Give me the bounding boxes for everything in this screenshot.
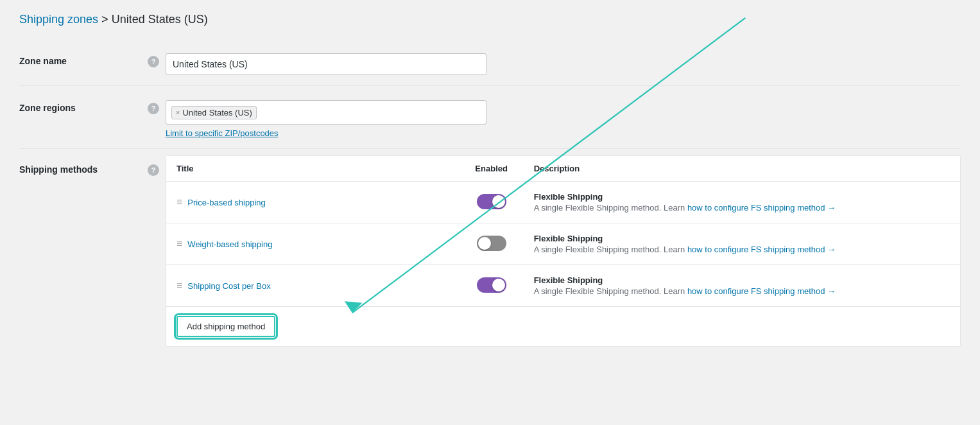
add-method-row: Add shipping method [166,306,960,346]
zone-name-help-icon[interactable]: ? [148,56,159,67]
desc-text: A single Flexible Shipping method. Learn… [534,203,950,212]
shipping-methods-help-icon[interactable]: ? [148,164,159,176]
zone-regions-help-icon[interactable]: ? [148,103,159,114]
breadcrumb-current: United States (US) [112,13,208,26]
zone-name-row: Zone name ? [19,42,961,83]
shipping-methods-help-col: ? [148,155,166,176]
shipping-methods-row: Shipping methods ? Title Enabled Descrip… [19,155,961,347]
method-title-link[interactable]: Price-based shipping [187,198,265,207]
zone-name-input[interactable] [166,53,486,75]
breadcrumb-separator: > [101,13,108,26]
toggle-switch[interactable] [477,277,506,293]
desc-link[interactable]: how to configure FS shipping method → [687,245,836,254]
table-row: ≡ Weight-based shipping Flexible Shippin… [166,223,960,265]
desc-text: A single Flexible Shipping method. Learn… [534,286,950,296]
desc-title: Flexible Shipping [534,275,950,285]
desc-title: Flexible Shipping [534,192,950,202]
limit-link[interactable]: Limit to specific ZIP/postcodes [166,128,961,138]
shipping-methods-label: Shipping methods [19,155,148,175]
add-shipping-method-button[interactable]: Add shipping method [176,316,275,337]
region-tag: × United States (US) [171,106,257,119]
divider-2 [19,148,961,149]
desc-title: Flexible Shipping [534,234,950,243]
method-title-link[interactable]: Weight-based shipping [187,239,272,249]
drag-handle[interactable]: ≡ [176,238,182,250]
zone-name-help-col: ? [148,49,166,67]
desc-link[interactable]: how to configure FS shipping method → [687,203,836,212]
methods-table: Title Enabled Description ≡ Price-based … [166,156,960,306]
region-tag-label: United States (US) [182,108,252,117]
zone-regions-help-col: ? [148,96,166,114]
toggle-switch[interactable] [477,194,506,209]
region-input-wrapper[interactable]: × United States (US) [166,100,486,125]
desc-link[interactable]: how to configure FS shipping method → [687,286,836,296]
zone-name-label: Zone name [19,49,148,66]
col-desc-header: Description [524,156,960,182]
zone-regions-label: Zone regions [19,96,148,113]
zone-regions-row: Zone regions ? × United States (US) Limi… [19,89,961,146]
table-row: ≡ Price-based shipping Flexible Shipping… [166,182,960,223]
region-tag-remove[interactable]: × [176,108,180,116]
methods-table-header: Title Enabled Description [166,156,960,182]
divider-1 [19,85,961,86]
shipping-methods-content: Title Enabled Description ≡ Price-based … [166,155,961,347]
toggle-switch[interactable] [477,236,506,251]
zone-name-input-col [166,49,961,75]
breadcrumb: Shipping zones > United States (US) [19,13,961,26]
method-title-link[interactable]: Shipping Cost per Box [187,281,270,291]
desc-text: A single Flexible Shipping method. Learn… [534,245,950,254]
table-row: ≡ Shipping Cost per Box Flexible Shippin… [166,265,960,307]
zone-regions-input-col: × United States (US) Limit to specific Z… [166,96,961,138]
col-title-header: Title [166,156,460,182]
breadcrumb-link[interactable]: Shipping zones [19,13,98,26]
col-enabled-header: Enabled [460,156,524,182]
drag-handle[interactable]: ≡ [176,280,182,291]
drag-handle[interactable]: ≡ [176,196,182,208]
